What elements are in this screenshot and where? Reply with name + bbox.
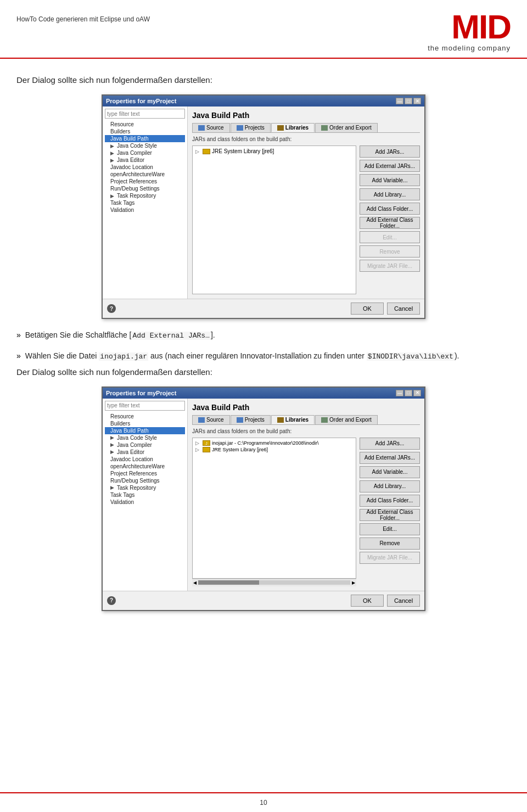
tree-item-javacompiler[interactable]: ▶Java Compiler [105,149,185,156]
d2-tree-item-rundebugsettings[interactable]: Run/Debug Settings [105,477,185,484]
add-jars-button[interactable]: Add JARs... [360,145,420,158]
d2-add-jars-button[interactable]: Add JARs... [360,438,420,450]
logo-tagline: the modeling company [428,44,511,52]
dialog2-list-container: ▷ J inojapi.jar - C:\Programme\Innovator… [192,438,356,586]
dialog1-bottom-bar: ? OK Cancel [103,299,424,318]
dialog1-ok-cancel: OK Cancel [351,303,420,315]
minimize-button[interactable]: — [396,98,403,104]
tab-order[interactable]: Order and Export [315,123,378,132]
remove-button[interactable]: Remove [360,245,420,257]
d2-tab-source[interactable]: Source [192,415,230,424]
d2-tree-item-javadoc[interactable]: Javadoc Location [105,456,185,463]
page-footer: 10 [0,792,527,812]
tree-item-taskrepo[interactable]: ▶Task Repository [105,192,185,199]
section2-intro: Der Dialog sollte sich nun folgendermaße… [16,367,511,377]
dialog2-titlebar-buttons: — □ ✕ [396,390,421,396]
tree-item-javabuildpath[interactable]: Java Build Path [105,135,185,142]
dialog1-tab-bar: Source Projects Libraries Order and Expo… [192,123,420,133]
dialog1-body: Resource Builders Java Build Path ▶Java … [103,107,424,299]
tab-source[interactable]: Source [192,123,230,132]
d2-ok-button[interactable]: OK [351,595,384,607]
tree-item-javadoc[interactable]: Javadoc Location [105,164,185,171]
tree-item-rundebugsettings[interactable]: Run/Debug Settings [105,185,185,192]
document-title: HowTo Code generieren mit Eclipse und oA… [16,10,150,23]
d2-remove-button[interactable]: Remove [360,537,420,550]
tree-item-projectrefs[interactable]: Project References [105,178,185,185]
d2-help-icon[interactable]: ? [107,596,116,605]
d2-filter-input[interactable] [105,401,185,411]
tree-item-javaeditor[interactable]: ▶Java Editor [105,156,185,164]
list-item-jre[interactable]: ▷ JRE System Library [jre6] [194,148,354,155]
d2-tree-item-tasktags[interactable]: Task Tags [105,491,185,499]
add-external-jars-button[interactable]: Add External JARs... [360,160,420,172]
dialog2-list[interactable]: ▷ J inojapi.jar - C:\Programme\Innovator… [192,438,356,579]
close-button[interactable]: ✕ [413,98,421,104]
scroll-thumb[interactable] [198,580,259,585]
d2-tree-item-validation[interactable]: Validation [105,499,185,506]
d2-list-item-jre[interactable]: ▷ JRE System Library [jre6] [194,446,354,453]
dialog2-subtitle: JARs and class folders on the build path… [192,428,420,434]
dialog2-titlebar: Properties for myProject — □ ✕ [103,388,424,399]
d2-tree-item-javacodestyle[interactable]: ▶Java Code Style [105,434,185,441]
d2-add-library-button[interactable]: Add Library... [360,480,420,492]
edit-button[interactable]: Edit... [360,231,420,243]
d2-tree-item-javaeditor[interactable]: ▶Java Editor [105,449,185,456]
add-library-button[interactable]: Add Library... [360,188,420,200]
dialog2-tree: Resource Builders Java Build Path ▶Java … [103,399,188,591]
scroll-right[interactable]: ▶ [352,580,355,585]
d2-add-external-class-folder-button[interactable]: Add External Class Folder... [360,509,420,521]
tree-item-validation[interactable]: Validation [105,206,185,214]
horizontal-scrollbar[interactable]: ◀ ▶ [192,579,356,586]
d2-close-button[interactable]: ✕ [413,390,421,396]
filter-input[interactable] [105,109,185,119]
dialog2-title: Properties for myProject [106,390,176,396]
dialog1-panel-title: Java Build Path [192,111,420,120]
logo-area: MID the modeling company [428,10,511,52]
maximize-button[interactable]: □ [405,98,412,104]
d2-tree-item-javacompiler[interactable]: ▶Java Compiler [105,441,185,449]
d2-migrate-jar-button[interactable]: Migrate JAR File... [360,552,420,564]
migrate-jar-button[interactable]: Migrate JAR File... [360,260,420,272]
dialog2-tab-bar: Source Projects Libraries Order and Expo… [192,415,420,425]
d2-edit-button[interactable]: Edit... [360,523,420,535]
tree-item-tasktags[interactable]: Task Tags [105,199,185,206]
d2-tree-item-resource[interactable]: Resource [105,413,185,420]
d2-tree-item-taskrepo[interactable]: ▶Task Repository [105,484,185,491]
d2-tree-item-oaw[interactable]: openArchitectureWare [105,463,185,470]
d2-tab-libraries[interactable]: Libraries [271,415,315,424]
d2-tree-item-builders[interactable]: Builders [105,420,185,427]
help-icon[interactable]: ? [107,304,116,313]
d2-tree-item-javabuildpath[interactable]: Java Build Path [105,427,185,434]
cancel-button[interactable]: Cancel [387,303,420,315]
instruction2: » Wählen Sie die Datei inojapi.jar aus (… [16,350,511,363]
add-variable-button[interactable]: Add Variable... [360,174,420,186]
tab-projects[interactable]: Projects [231,123,271,132]
tree-item-builders[interactable]: Builders [105,128,185,135]
dialog1-buttons: Add JARs... Add External JARs... Add Var… [360,145,420,294]
d2-add-class-folder-button[interactable]: Add Class Folder... [360,495,420,507]
add-class-folder-button[interactable]: Add Class Folder... [360,203,420,215]
add-external-class-folder-button[interactable]: Add External Class Folder... [360,217,420,229]
dialog1-tree: Resource Builders Java Build Path ▶Java … [103,107,188,299]
dialog1-list[interactable]: ▷ JRE System Library [jre6] [192,145,356,294]
tree-item-javacodestyle[interactable]: ▶Java Code Style [105,142,185,149]
scroll-track[interactable] [198,580,350,585]
d2-add-variable-button[interactable]: Add Variable... [360,466,420,478]
d2-cancel-button[interactable]: Cancel [387,595,420,607]
ok-button[interactable]: OK [351,303,384,315]
d2-minimize-button[interactable]: — [396,390,403,396]
dialog2-content-area: ▷ J inojapi.jar - C:\Programme\Innovator… [192,438,420,586]
d2-add-external-jars-button[interactable]: Add External JARs... [360,452,420,464]
dialog2-bottom-bar: ? OK Cancel [103,591,424,610]
d2-maximize-button[interactable]: □ [405,390,412,396]
d2-list-item-jar[interactable]: ▷ J inojapi.jar - C:\Programme\Innovator… [194,440,354,446]
d2-tab-order[interactable]: Order and Export [315,415,378,424]
d2-tab-projects[interactable]: Projects [231,415,271,424]
tree-item-resource[interactable]: Resource [105,121,185,128]
scroll-left[interactable]: ◀ [193,580,197,585]
d2-tree-item-projectrefs[interactable]: Project References [105,470,185,477]
logo-mid: MID [451,10,511,44]
dialog1-content-area: ▷ JRE System Library [jre6] Add JARs... … [192,145,420,294]
tree-item-oaw[interactable]: openArchitectureWare [105,171,185,178]
tab-libraries[interactable]: Libraries [271,123,315,132]
